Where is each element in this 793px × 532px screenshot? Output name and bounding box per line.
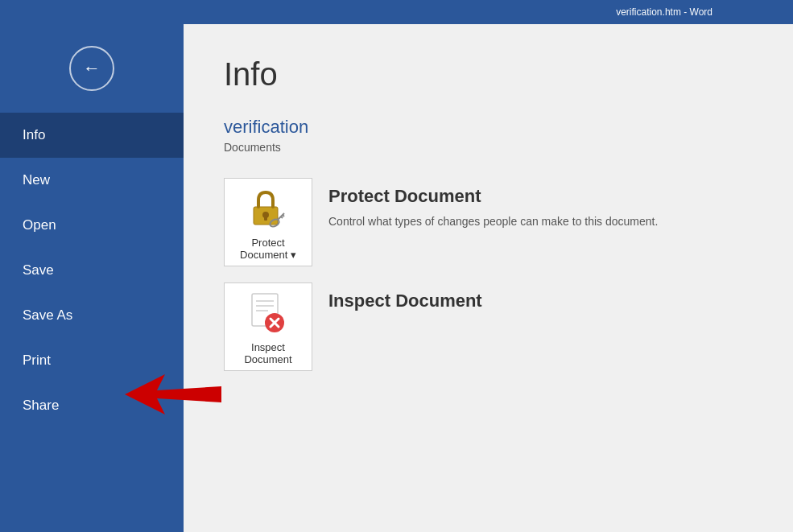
document-name: verification (224, 117, 753, 138)
sidebar: ← Info New Open Save Save As Print Share (0, 24, 184, 532)
sidebar-item-share[interactable]: Share (0, 383, 184, 428)
lock-icon (244, 184, 292, 233)
inspect-document-label: InspectDocument (244, 341, 291, 365)
svg-line-6 (281, 217, 283, 218)
document-path: Documents (224, 141, 753, 154)
title-bar-text: verification.htm - Word (616, 6, 712, 18)
back-button-area: ← (0, 24, 184, 113)
inspect-document-icon (244, 289, 292, 337)
protect-document-title: Protect Document (328, 186, 658, 207)
back-arrow-icon: ← (83, 58, 101, 79)
protect-document-content: Protect Document Control what types of c… (328, 178, 658, 230)
protect-document-label: ProtectDocument ▾ (240, 237, 296, 261)
protect-document-card: ProtectDocument ▾ Protect Document Contr… (224, 178, 753, 266)
sidebar-item-new[interactable]: New (0, 158, 184, 203)
inspect-document-button[interactable]: InspectDocument (224, 282, 312, 371)
content-area: Info verification Documents (184, 24, 793, 532)
protect-document-button[interactable]: ProtectDocument ▾ (224, 178, 312, 266)
svg-line-5 (283, 215, 284, 217)
sidebar-item-info[interactable]: Info (0, 113, 184, 158)
page-title: Info (224, 56, 753, 93)
sidebar-item-save-as[interactable]: Save As (0, 293, 184, 338)
back-button[interactable]: ← (69, 46, 114, 91)
sidebar-item-open[interactable]: Open (0, 203, 184, 248)
sidebar-item-print[interactable]: Print (0, 338, 184, 383)
sidebar-item-save[interactable]: Save (0, 248, 184, 293)
inspect-document-title: Inspect Document (328, 291, 482, 311)
protect-document-description: Control what types of changes people can… (328, 213, 658, 230)
main-container: ← Info New Open Save Save As Print Share… (0, 24, 793, 532)
inspect-document-card: InspectDocument Inspect Document (224, 282, 753, 371)
svg-rect-2 (264, 215, 267, 221)
title-bar: verification.htm - Word (0, 0, 793, 24)
inspect-document-content: Inspect Document (328, 282, 482, 318)
